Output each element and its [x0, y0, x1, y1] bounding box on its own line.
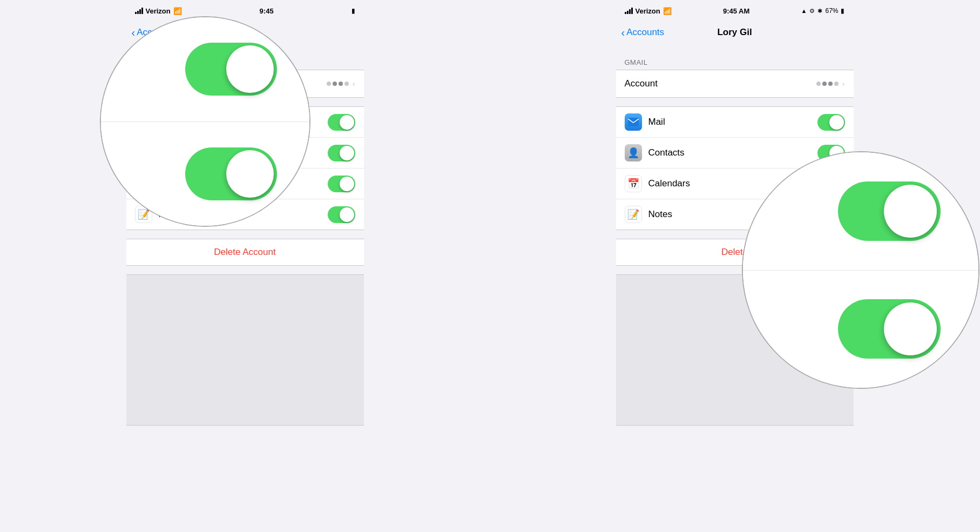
list-item-notes-right: 📝 Notes	[616, 199, 854, 230]
back-arrow-left: ‹	[132, 27, 136, 38]
spacer-left-1	[126, 45, 364, 54]
list-item-mail-left: Mail	[126, 107, 364, 138]
notes-toggle-right[interactable]	[817, 206, 845, 223]
contacts-toggle-right[interactable]	[817, 145, 845, 161]
account-group-left: Account ›	[126, 70, 364, 98]
contacts-toggle-left[interactable]	[328, 145, 355, 161]
calendars-toggle-knob-right	[829, 177, 844, 191]
status-bar-left: Verizon 📶 9:45 ▮	[126, 0, 364, 19]
section-header-gmail-left: GMAIL	[126, 54, 364, 70]
list-item-contacts-left: 👤 Contacts	[126, 138, 364, 169]
left-screen: Verizon 📶 9:45 ▮ ‹ Accounts	[0, 0, 490, 532]
rdot3	[828, 82, 833, 86]
back-button-left[interactable]: ‹ Accounts	[132, 27, 175, 38]
mag-toggle-knob-1-right	[884, 185, 937, 238]
spacer-right-1	[616, 45, 854, 54]
signal-icon	[135, 8, 143, 14]
headphone-icon: ✱	[817, 8, 822, 15]
nav-bar-right: ‹ Accounts Lory Gil	[616, 19, 854, 45]
carrier-right: Verizon	[636, 7, 660, 15]
calendars-toggle-left[interactable]	[328, 176, 355, 192]
back-label-right: Accounts	[626, 27, 664, 38]
back-arrow-right: ‹	[621, 27, 625, 38]
delete-button-left[interactable]: Delete Account	[126, 239, 364, 266]
mail-icon-right	[625, 113, 642, 131]
rdot4	[834, 82, 839, 86]
location-icon: ▲	[801, 8, 807, 14]
mag-toggle-1-right	[838, 181, 941, 241]
spacer-right-3	[616, 230, 854, 239]
notes-icon-left: 📝	[135, 206, 152, 223]
right-screen: Verizon 📶 9:45 AM ▲ ⚙ ✱ 67% ▮ ‹ A	[490, 0, 979, 532]
account-row-right[interactable]: Account ›	[616, 70, 854, 97]
time-left: 9:45	[260, 7, 274, 15]
back-button-right[interactable]: ‹ Accounts	[621, 27, 665, 38]
mail-toggle-right[interactable]	[817, 114, 845, 131]
list-item-notes-left: 📝 Notes	[126, 199, 364, 230]
wifi-icon-right: 📶	[663, 7, 672, 15]
toggle-group-left: Mail 👤 Contacts	[126, 106, 364, 230]
wifi-icon-left: 📶	[173, 7, 182, 15]
notes-label-right: Notes	[648, 209, 672, 220]
spacer-right-2	[616, 98, 854, 106]
contacts-icon-right: 👤	[625, 144, 642, 161]
list-item-calendars-right: 📅 Calendars	[616, 169, 854, 199]
dot1	[327, 82, 331, 86]
back-label-left: Accounts	[137, 27, 174, 38]
battery-left: ▮	[352, 7, 355, 15]
chevron-right-left: ›	[353, 79, 355, 88]
mail-toggle-knob-left	[340, 115, 354, 130]
main-container: Verizon 📶 9:45 ▮ ‹ Accounts	[0, 0, 980, 532]
section-header-gmail-right: GMAIL	[616, 54, 854, 70]
rdot1	[816, 82, 821, 86]
notes-label-left: Notes	[159, 209, 183, 220]
rdot2	[822, 82, 827, 86]
notes-icon-right: 📝	[625, 206, 642, 223]
calendars-toggle-right[interactable]	[817, 176, 845, 192]
mail-toggle-knob-right	[829, 115, 844, 130]
account-group-right: Account ›	[616, 70, 854, 98]
mag-toggle-knob-2-right	[884, 302, 937, 355]
delete-button-right[interactable]: Delete	[616, 239, 854, 266]
calendars-label-left: Calendars	[159, 178, 201, 189]
dot2	[333, 82, 337, 86]
account-dots-right: ›	[816, 79, 845, 88]
contacts-icon-left: 👤	[135, 144, 152, 161]
svg-rect-0	[138, 118, 149, 126]
contacts-toggle-knob-left	[340, 146, 354, 160]
contacts-label-right: Contacts	[648, 147, 685, 158]
account-row-left[interactable]: Account ›	[126, 70, 364, 97]
account-label-right: Account	[625, 78, 658, 89]
mail-label-left: Mail	[159, 117, 175, 127]
contacts-label-left: Contacts	[159, 147, 195, 158]
notes-toggle-knob-right	[829, 207, 844, 222]
time-right: 9:45 AM	[723, 7, 749, 15]
notes-toggle-left[interactable]	[328, 206, 355, 223]
battery-right: ▮	[841, 7, 844, 15]
chevron-right-right: ›	[842, 79, 845, 88]
list-item-calendars-left: 📅 Calendars	[126, 169, 364, 199]
list-item-contacts-right: 👤 Contacts	[616, 138, 854, 169]
nav-bar-left: ‹ Accounts	[126, 19, 364, 45]
list-item-mail-right: Mail	[616, 107, 854, 138]
toggle-group-right: Mail 👤 Contacts	[616, 106, 854, 230]
bottom-area-left	[126, 274, 364, 426]
battery-percent-right: 67%	[825, 7, 838, 15]
account-dots-left: ›	[327, 79, 355, 88]
carrier-left: Verizon	[146, 7, 171, 15]
bluetooth-icon: ⚙	[809, 8, 815, 15]
bottom-area-right	[616, 274, 854, 426]
status-bar-right: Verizon 📶 9:45 AM ▲ ⚙ ✱ 67% ▮	[616, 0, 854, 19]
svg-rect-1	[628, 118, 639, 126]
mag-toggle-2-right	[838, 299, 941, 359]
notes-toggle-knob-left	[340, 207, 354, 222]
calendars-icon-right: 📅	[625, 175, 642, 192]
mail-label-right: Mail	[648, 117, 665, 127]
mail-toggle-left[interactable]	[328, 114, 355, 131]
calendars-toggle-knob-left	[340, 177, 354, 191]
spacer-left-2	[126, 98, 364, 106]
dot3	[339, 82, 343, 86]
account-label-left: Account	[135, 78, 168, 89]
contacts-toggle-knob-right	[829, 146, 844, 160]
dot4	[344, 82, 349, 86]
